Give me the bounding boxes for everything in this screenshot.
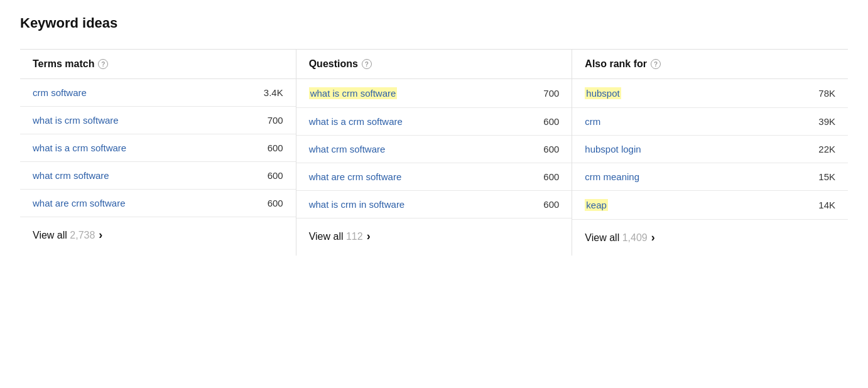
view-all-arrow-also-rank-for[interactable]: ›	[651, 231, 655, 244]
keyword-row-questions-3: what are crm software600	[296, 163, 572, 191]
keyword-volume-questions-3: 600	[543, 171, 559, 182]
keyword-row-also-rank-for-3: crm meaning15K	[572, 163, 848, 191]
keyword-volume-terms-match-1: 700	[268, 115, 283, 126]
keyword-volume-terms-match-0: 3.4K	[264, 87, 283, 98]
view-all-label-terms-match: View all 2,738	[33, 230, 95, 241]
keyword-volume-also-rank-for-1: 39K	[818, 116, 835, 127]
column-terms-match: Terms match?crm software3.4Kwhat is crm …	[20, 50, 296, 256]
column-header-text-questions: Questions	[309, 58, 358, 70]
keyword-link-questions-1[interactable]: what is a crm software	[309, 116, 403, 127]
keyword-row-terms-match-3: what crm software600	[20, 162, 296, 190]
keyword-link-questions-0[interactable]: what is crm software	[309, 87, 398, 99]
view-all-count-questions: 112	[346, 231, 363, 242]
keyword-row-also-rank-for-1: crm39K	[572, 108, 848, 136]
keyword-link-also-rank-for-4[interactable]: keap	[585, 199, 608, 211]
keyword-link-terms-match-1[interactable]: what is crm software	[33, 115, 119, 126]
column-questions: Questions?what is crm software700what is…	[296, 50, 573, 256]
keyword-link-terms-match-3[interactable]: what crm software	[33, 170, 109, 181]
keyword-row-also-rank-for-4: keap14K	[572, 191, 848, 220]
keyword-link-also-rank-for-2[interactable]: hubspot login	[585, 144, 641, 154]
keyword-link-terms-match-0[interactable]: crm software	[33, 87, 87, 98]
view-all-also-rank-for[interactable]: View all 1,409›	[572, 220, 848, 256]
keyword-row-questions-2: what crm software600	[296, 136, 572, 163]
column-also-rank-for: Also rank for?hubspot78Kcrm39Khubspot lo…	[572, 50, 848, 256]
keyword-row-terms-match-4: what are crm software600	[20, 190, 296, 217]
keyword-volume-questions-4: 600	[543, 199, 559, 210]
keyword-volume-questions-2: 600	[543, 144, 559, 154]
keyword-link-questions-2[interactable]: what crm software	[309, 144, 386, 154]
column-header-text-also-rank-for: Also rank for	[585, 58, 647, 70]
view-all-count-terms-match: 2,738	[70, 230, 95, 240]
keyword-volume-terms-match-3: 600	[268, 170, 283, 181]
view-all-terms-match[interactable]: View all 2,738›	[20, 217, 296, 253]
keyword-row-questions-4: what is crm in software600	[296, 191, 572, 218]
keyword-row-also-rank-for-2: hubspot login22K	[572, 136, 848, 163]
keyword-row-also-rank-for-0: hubspot78K	[572, 79, 848, 108]
keyword-row-questions-0: what is crm software700	[296, 79, 572, 108]
keyword-link-also-rank-for-1[interactable]: crm	[585, 116, 600, 127]
keyword-link-terms-match-4[interactable]: what are crm software	[33, 198, 126, 208]
keyword-row-terms-match-0: crm software3.4K	[20, 79, 296, 107]
keyword-row-questions-1: what is a crm software600	[296, 108, 572, 136]
keyword-volume-also-rank-for-4: 14K	[818, 200, 835, 210]
keyword-row-terms-match-2: what is a crm software600	[20, 134, 296, 162]
keyword-volume-questions-1: 600	[543, 116, 559, 127]
help-icon-also-rank-for[interactable]: ?	[651, 59, 661, 69]
keyword-ideas-columns: Terms match?crm software3.4Kwhat is crm …	[20, 49, 848, 256]
view-all-questions[interactable]: View all 112›	[296, 218, 572, 254]
keyword-volume-also-rank-for-3: 15K	[818, 171, 835, 182]
keyword-link-questions-4[interactable]: what is crm in software	[309, 199, 405, 210]
keyword-volume-also-rank-for-2: 22K	[818, 144, 835, 154]
keyword-volume-also-rank-for-0: 78K	[818, 88, 835, 99]
view-all-count-also-rank-for: 1,409	[622, 232, 648, 243]
view-all-label-also-rank-for: View all 1,409	[585, 232, 647, 244]
keyword-volume-questions-0: 700	[543, 88, 559, 99]
keyword-volume-terms-match-4: 600	[268, 198, 283, 208]
keyword-link-terms-match-2[interactable]: what is a crm software	[33, 143, 126, 153]
keyword-volume-terms-match-2: 600	[268, 143, 283, 153]
keyword-link-also-rank-for-0[interactable]: hubspot	[585, 87, 621, 99]
column-header-questions: Questions?	[296, 50, 572, 79]
column-header-also-rank-for: Also rank for?	[572, 50, 848, 79]
help-icon-terms-match[interactable]: ?	[98, 59, 108, 69]
column-header-text-terms-match: Terms match	[33, 58, 94, 70]
view-all-label-questions: View all 112	[309, 231, 363, 242]
page-title: Keyword ideas	[20, 15, 848, 31]
keyword-row-terms-match-1: what is crm software700	[20, 107, 296, 134]
help-icon-questions[interactable]: ?	[362, 59, 372, 69]
keyword-link-questions-3[interactable]: what are crm software	[309, 171, 402, 182]
column-header-terms-match: Terms match?	[20, 50, 296, 79]
keyword-link-also-rank-for-3[interactable]: crm meaning	[585, 171, 639, 182]
view-all-arrow-terms-match[interactable]: ›	[99, 229, 102, 242]
view-all-arrow-questions[interactable]: ›	[367, 230, 371, 243]
